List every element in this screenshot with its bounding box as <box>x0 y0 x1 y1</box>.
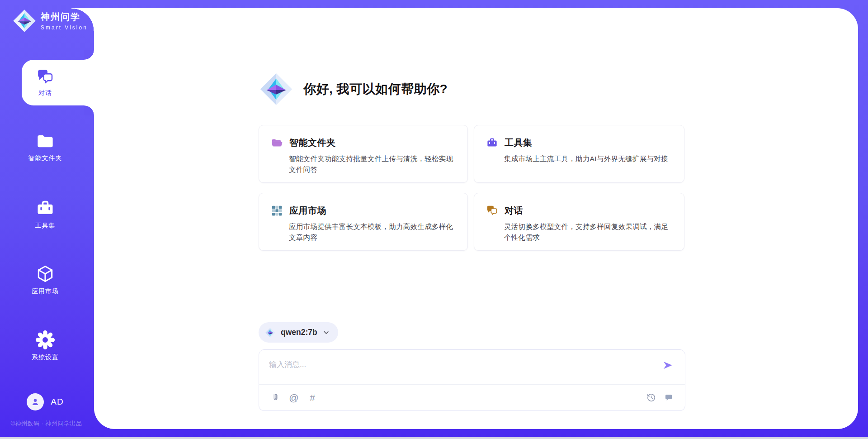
folder-open-icon <box>271 137 283 149</box>
hash-icon: # <box>310 392 315 403</box>
chevron-down-icon <box>322 329 330 336</box>
paperclip-icon <box>271 393 280 402</box>
sidebar-item-label: 对话 <box>38 89 52 97</box>
model-name: qwen2:7b <box>281 328 317 337</box>
chat-bubble-icon <box>664 393 674 402</box>
card-description: 灵活切换多模型文件，支持多样回复效果调试，满足个性化需求 <box>504 221 675 243</box>
sidebar-item-app-market[interactable]: 应用市场 <box>0 264 90 296</box>
at-icon: @ <box>289 392 298 403</box>
sidebar-item-smart-folder[interactable]: 智能文件夹 <box>0 132 90 162</box>
sidebar-item-label: 系统设置 <box>32 353 59 362</box>
card-title: 应用市场 <box>289 205 326 217</box>
user-icon <box>30 397 40 407</box>
history-icon <box>646 393 656 402</box>
model-diamond-icon <box>265 327 276 338</box>
main-panel: 你好, 我可以如何帮助你? 智能文件夹 智能文件夹功能支持批量文件上传与清洗，轻… <box>94 8 858 429</box>
brand-diamond-icon <box>259 72 294 107</box>
mention-button[interactable]: @ <box>288 392 299 403</box>
brand-logo: 神州问学 Smart Vision <box>13 9 88 33</box>
grid-icon <box>271 205 283 217</box>
user-profile[interactable]: AD <box>0 393 90 410</box>
greeting-block: 你好, 我可以如何帮助你? <box>259 72 448 107</box>
card-smart-folder[interactable]: 智能文件夹 智能文件夹功能支持批量文件上传与清洗，轻松实现文件问答 <box>259 125 468 183</box>
message-composer: @ # <box>259 349 685 411</box>
sidebar: 神州问学 Smart Vision 对话 智能文件夹 工具集 <box>0 0 94 439</box>
brand-diamond-icon <box>13 9 36 33</box>
brand-subtitle: Smart Vision <box>41 24 88 31</box>
card-title: 工具集 <box>505 137 533 149</box>
send-icon <box>662 359 674 371</box>
briefcase-icon <box>35 198 55 218</box>
chat-bubbles-icon <box>486 205 498 217</box>
sidebar-item-toolset[interactable]: 工具集 <box>0 198 90 230</box>
card-description: 集成市场上主流工具，助力AI与外界无缝扩展与对接 <box>504 153 675 164</box>
folder-icon <box>36 132 55 151</box>
new-chat-button[interactable] <box>663 392 674 403</box>
sidebar-item-label: 智能文件夹 <box>28 154 62 162</box>
model-selector[interactable]: qwen2:7b <box>259 322 338 343</box>
history-button[interactable] <box>646 392 656 403</box>
card-chat[interactable]: 对话 灵活切换多模型文件，支持多样回复效果调试，满足个性化需求 <box>474 193 684 251</box>
card-title: 智能文件夹 <box>289 137 336 149</box>
composer-toolbar: @ # <box>259 385 685 410</box>
card-toolset[interactable]: 工具集 集成市场上主流工具，助力AI与外界无缝扩展与对接 <box>474 125 684 183</box>
send-button[interactable] <box>661 359 674 372</box>
message-input[interactable] <box>269 358 640 372</box>
card-description: 应用市场提供丰富长文本模板，助力高效生成多样化文章内容 <box>289 221 458 243</box>
chat-bubbles-icon <box>36 68 54 86</box>
card-app-market[interactable]: 应用市场 应用市场提供丰富长文本模板，助力高效生成多样化文章内容 <box>259 193 468 251</box>
user-initials: AD <box>51 397 63 407</box>
horizontal-scrollbar[interactable] <box>0 437 868 439</box>
card-title: 对话 <box>505 205 523 217</box>
briefcase-icon <box>486 137 498 149</box>
feature-cards: 智能文件夹 智能文件夹功能支持批量文件上传与清洗，轻松实现文件问答 工具集 集成… <box>259 125 684 251</box>
sidebar-item-chat[interactable]: 对话 <box>22 60 94 105</box>
sidebar-item-settings[interactable]: 系统设置 <box>0 330 90 362</box>
gear-icon <box>35 330 55 350</box>
card-description: 智能文件夹功能支持批量文件上传与清洗，轻松实现文件问答 <box>289 153 458 175</box>
attach-file-button[interactable] <box>270 392 281 403</box>
copyright-text: ©神州数码 · 神州问学出品 <box>2 420 90 428</box>
avatar <box>27 393 44 410</box>
topic-button[interactable]: # <box>307 392 318 403</box>
composer-input-row <box>259 350 685 384</box>
greeting-title: 你好, 我可以如何帮助你? <box>303 81 448 98</box>
cube-icon <box>35 264 55 284</box>
sidebar-item-label: 应用市场 <box>32 287 59 296</box>
brand-name: 神州问学 <box>41 11 88 23</box>
sidebar-item-label: 工具集 <box>35 222 56 230</box>
